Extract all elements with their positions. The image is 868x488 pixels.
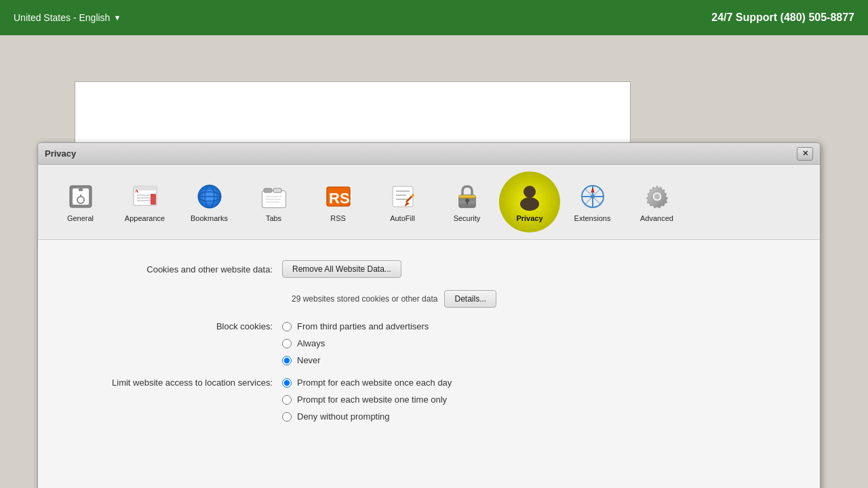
region-label: United States - English: [14, 12, 110, 23]
svg-rect-27: [393, 186, 413, 207]
svg-point-48: [591, 195, 595, 199]
location-label: Limit website access to location service…: [65, 378, 282, 388]
location-deny-label: Deny without prompting: [297, 411, 390, 422]
svg-point-42: [520, 197, 539, 211]
block-never-option[interactable]: Never: [282, 355, 429, 365]
svg-point-51: [654, 194, 660, 199]
privacy-dialog: Privacy ✕ General: [37, 142, 821, 488]
advanced-icon: [642, 182, 672, 211]
extensions-icon: [578, 182, 608, 211]
tab-security-label: Security: [454, 214, 481, 222]
tab-extensions[interactable]: Extensions: [560, 175, 625, 229]
preferences-toolbar: General A Appearance: [38, 165, 820, 240]
tab-appearance[interactable]: A Appearance: [113, 175, 177, 229]
support-info: 24/7 Support (480) 505-8877: [711, 12, 854, 24]
location-options: Prompt for each website once each day Pr…: [282, 378, 452, 422]
location-row: Limit website access to location service…: [65, 378, 793, 422]
svg-rect-21: [273, 188, 281, 192]
location-prompt-once-label: Prompt for each website one time only: [297, 394, 447, 405]
tab-appearance-label: Appearance: [125, 214, 165, 222]
top-bar: United States - English ▼ 24/7 Support (…: [0, 0, 868, 35]
tab-general[interactable]: General: [48, 175, 113, 229]
tab-advanced[interactable]: Advanced: [625, 175, 689, 229]
location-deny-option[interactable]: Deny without prompting: [282, 411, 452, 422]
autofill-icon: [388, 182, 418, 211]
close-button[interactable]: ✕: [797, 147, 813, 161]
tab-autofill-label: AutoFill: [390, 214, 415, 222]
svg-rect-11: [151, 194, 156, 205]
svg-rect-39: [459, 198, 475, 201]
tab-tabs-label: Tabs: [266, 214, 281, 222]
location-prompt-once-option[interactable]: Prompt for each website one time only: [282, 394, 452, 405]
block-third-parties-radio[interactable]: [282, 322, 292, 331]
tab-rss[interactable]: RSS RSS: [306, 175, 370, 229]
tabs-icon: [259, 182, 289, 211]
tab-rss-label: RSS: [330, 214, 346, 222]
svg-rect-37: [467, 201, 468, 205]
tab-tabs[interactable]: Tabs: [241, 175, 306, 229]
block-cookies-options: From third parties and advertisers Alway…: [282, 321, 429, 365]
tab-privacy-label: Privacy: [516, 214, 542, 222]
stored-info-row: 29 websites stored cookies or other data…: [292, 290, 793, 308]
stored-info-text: 29 websites stored cookies or other data: [292, 294, 437, 304]
dialog-title-bar: Privacy ✕: [38, 143, 820, 165]
block-always-radio[interactable]: [282, 339, 292, 348]
bookmarks-icon: [195, 182, 224, 211]
tab-advanced-label: Advanced: [640, 214, 673, 222]
block-cookies-label: Block cookies:: [65, 321, 282, 331]
remove-all-button[interactable]: Remove All Website Data...: [282, 260, 401, 278]
dialog-content: Cookies and other website data: Remove A…: [38, 240, 820, 488]
svg-rect-2: [79, 188, 83, 191]
region-selector[interactable]: United States - English ▼: [14, 12, 121, 23]
details-button[interactable]: Details...: [444, 290, 496, 308]
location-prompt-day-option[interactable]: Prompt for each website once each day: [282, 378, 452, 388]
tab-privacy[interactable]: Privacy: [499, 171, 560, 232]
block-third-parties-option[interactable]: From third parties and advertisers: [282, 321, 429, 331]
block-third-parties-label: From third parties and advertisers: [297, 321, 429, 331]
location-prompt-day-radio[interactable]: [282, 378, 292, 388]
region-chevron: ▼: [113, 14, 121, 22]
tab-bookmarks-label: Bookmarks: [191, 214, 228, 222]
cookies-row: Cookies and other website data: Remove A…: [65, 260, 793, 278]
location-prompt-day-label: Prompt for each website once each day: [297, 378, 452, 388]
security-icon: [452, 182, 482, 211]
tab-autofill[interactable]: AutoFill: [370, 175, 435, 229]
appearance-icon: A: [130, 182, 160, 211]
general-icon: [66, 182, 96, 211]
cookies-control: Remove All Website Data...: [282, 260, 401, 278]
svg-text:RSS: RSS: [329, 190, 352, 207]
rss-icon: RSS: [323, 182, 353, 211]
location-prompt-once-radio[interactable]: [282, 395, 292, 405]
block-always-label: Always: [297, 338, 325, 348]
svg-text:A: A: [135, 188, 138, 194]
tab-general-label: General: [67, 214, 94, 222]
location-deny-radio[interactable]: [282, 412, 292, 422]
tab-bookmarks[interactable]: Bookmarks: [177, 175, 241, 229]
block-cookies-row: Block cookies: From third parties and ad…: [65, 321, 793, 365]
tab-extensions-label: Extensions: [574, 214, 611, 222]
block-never-radio[interactable]: [282, 356, 292, 365]
svg-point-41: [524, 186, 536, 198]
privacy-icon: [515, 182, 545, 211]
block-always-option[interactable]: Always: [282, 338, 429, 348]
tab-security[interactable]: Security: [435, 175, 499, 229]
svg-rect-38: [459, 195, 475, 198]
block-never-label: Never: [297, 355, 321, 365]
svg-rect-20: [264, 188, 272, 192]
dialog-title: Privacy: [45, 148, 76, 159]
cookies-label: Cookies and other website data:: [65, 264, 282, 274]
